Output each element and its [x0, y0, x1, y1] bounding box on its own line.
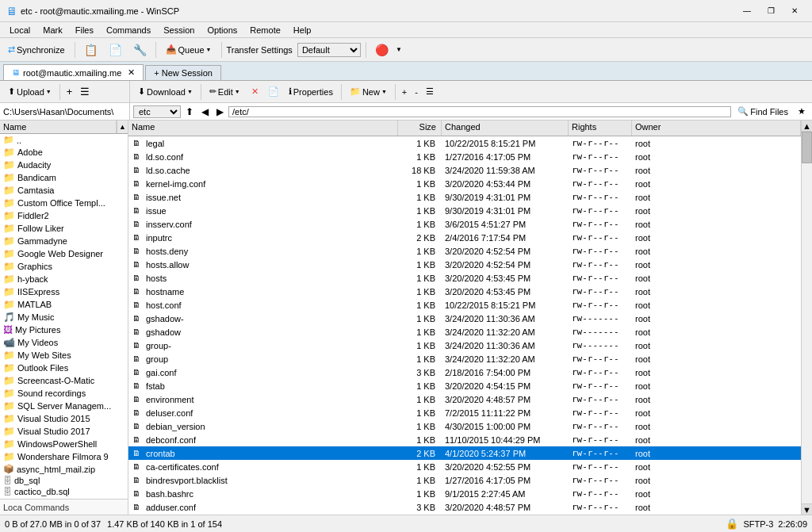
table-row[interactable]: 🗎hosts.deny1 KB3/20/2020 4:52:54 PMrw-r-…: [128, 244, 801, 258]
properties-button[interactable]: ℹ Properties: [284, 84, 338, 99]
list-item[interactable]: 📦async_html_mail.zip: [0, 463, 128, 475]
list-item[interactable]: 📁Visual Studio 2015: [0, 412, 128, 425]
local-scroll-btn[interactable]: ▲: [117, 121, 128, 133]
list-item[interactable]: 📁Custom Office Templ...: [0, 197, 128, 209]
table-row[interactable]: 🗎kernel-img.conf1 KB3/20/2020 4:53:44 PM…: [128, 177, 801, 190]
menu-help[interactable]: Help: [287, 24, 318, 36]
download-button[interactable]: ⬇ Download ▼: [133, 84, 197, 99]
minimize-button[interactable]: —: [736, 2, 758, 20]
table-row[interactable]: 🗎bindresvport.blacklist1 KB1/27/2016 4:1…: [128, 473, 801, 487]
table-row[interactable]: 🗎gshadow-1 KB3/24/2020 11:30:36 AMrw----…: [128, 312, 801, 325]
table-row[interactable]: 🗎environment1 KB3/20/2020 4:48:57 PMrw-r…: [128, 392, 801, 406]
toolbar-icon2[interactable]: 📄: [105, 41, 126, 59]
table-row[interactable]: 🗎ld.so.cache18 KB3/24/2020 11:59:38 AMrw…: [128, 163, 801, 177]
menu-files[interactable]: Files: [69, 24, 100, 36]
table-row[interactable]: 🗎hosts.allow1 KB3/20/2020 4:52:54 PMrw-r…: [128, 258, 801, 271]
remote-path-input[interactable]: [228, 106, 731, 117]
list-item[interactable]: 📁Visual Studio 2017: [0, 425, 128, 438]
list-item[interactable]: 📁Screencast-O-Matic: [0, 374, 128, 387]
table-row[interactable]: 🗎debconf.conf1 KB11/10/2015 10:44:29 PMr…: [128, 433, 801, 446]
list-item[interactable]: 📁MATLAB: [0, 298, 128, 311]
list-item[interactable]: 🗄db_sql: [0, 475, 128, 486]
list-item[interactable]: 📁SQL Server Managem...: [0, 400, 128, 412]
transfer-settings-select[interactable]: Default: [297, 43, 361, 57]
list-item[interactable]: 📁Wondershare Filmora 9: [0, 450, 128, 463]
list-item[interactable]: 📁Audacity: [0, 159, 128, 171]
local-tb-btn1[interactable]: +: [63, 83, 76, 100]
remote-nav-btn1[interactable]: ⬆: [182, 105, 197, 119]
local-path-input[interactable]: [3, 107, 126, 117]
table-row[interactable]: 🗎issue.net1 KB9/30/2019 4:31:01 PMrw-r--…: [128, 190, 801, 204]
find-files-button[interactable]: 🔍 Find Files: [733, 104, 793, 119]
local-name-col[interactable]: Name: [0, 121, 117, 133]
list-item[interactable]: 🗄cactico_db.sql: [0, 486, 128, 497]
new-button[interactable]: 📁 New ▼: [345, 84, 392, 99]
list-item[interactable]: 📹My Videos: [0, 336, 128, 349]
menu-mark[interactable]: Mark: [36, 24, 68, 36]
scroll-track[interactable]: [802, 132, 812, 503]
synchronize-button[interactable]: ⇄ Synchronize: [3, 42, 70, 57]
list-item[interactable]: 📁Outlook Files: [0, 362, 128, 374]
scroll-up-btn[interactable]: ▲: [802, 121, 812, 132]
remote-nav-btn3[interactable]: ▶: [213, 105, 227, 119]
session-tab-1[interactable]: 🖥 root@mautic.xmailing.me ✕: [3, 64, 144, 80]
table-row[interactable]: 🗎bash.bashrc1 KB9/1/2015 2:27:45 AMrw-r-…: [128, 487, 801, 500]
toolbar-icon1[interactable]: 📋: [80, 41, 102, 59]
tab-close-icon[interactable]: ✕: [128, 67, 135, 78]
table-row[interactable]: 🗎host.conf1 KB10/22/2015 8:15:21 PMrw-r-…: [128, 298, 801, 312]
maximize-button[interactable]: ❐: [760, 2, 782, 20]
menu-session[interactable]: Session: [157, 24, 201, 36]
list-item[interactable]: 📁h-yback: [0, 273, 128, 285]
delete-button[interactable]: ✕: [247, 84, 263, 99]
list-item[interactable]: 📁Gammadyne: [0, 235, 128, 247]
remote-scrollbar[interactable]: ▲ ▼: [801, 121, 812, 515]
list-item[interactable]: 📁Camtasia: [0, 184, 128, 197]
list-item[interactable]: 📁Graphics: [0, 260, 128, 273]
scroll-down-btn[interactable]: ▼: [802, 503, 812, 515]
table-row[interactable]: 🗎fstab1 KB3/20/2020 4:54:15 PMrw-r--r--r…: [128, 379, 801, 392]
table-row[interactable]: 🗎debian_version1 KB4/30/2015 1:00:00 PMr…: [128, 419, 801, 433]
toolbar-icon4[interactable]: 🔴: [371, 41, 393, 59]
list-item[interactable]: 📁Follow Liker: [0, 222, 128, 235]
remote-nav-btn2[interactable]: ◀: [198, 105, 212, 119]
menu-options[interactable]: Options: [201, 24, 243, 36]
table-row[interactable]: 🗎inputrc2 KB2/4/2016 7:17:54 PMrw-r--r--…: [128, 231, 801, 244]
remote-tb-btn2[interactable]: +: [399, 85, 410, 99]
table-row[interactable]: 🗎issue1 KB9/30/2019 4:31:01 PMrw-r--r--r…: [128, 204, 801, 217]
table-row[interactable]: 🗎ld.so.conf1 KB1/27/2016 4:17:05 PMrw-r-…: [128, 150, 801, 163]
list-item[interactable]: 📁Fiddler2: [0, 209, 128, 222]
list-item[interactable]: 📁Sound recordings: [0, 387, 128, 400]
remote-size-col[interactable]: Size: [398, 121, 442, 136]
edit-button[interactable]: ✏ Edit ▼: [205, 84, 245, 99]
table-row[interactable]: 🗎gshadow1 KB3/24/2020 11:32:20 AMrw-----…: [128, 325, 801, 339]
table-row[interactable]: 🗎group1 KB3/24/2020 11:32:20 AMrw-r--r--…: [128, 352, 801, 366]
scroll-thumb[interactable]: [802, 132, 812, 163]
new-session-button[interactable]: + New Session: [145, 65, 221, 80]
remote-tb-btn4[interactable]: ☰: [423, 84, 437, 99]
list-item[interactable]: 📁Adobe: [0, 146, 128, 159]
local-file-list[interactable]: 📁 .. 📁Adobe 📁Audacity 📁Bandicam 📁Camtasi…: [0, 134, 128, 499]
table-row[interactable]: 🗎hosts1 KB3/20/2020 4:53:45 PMrw-r--r--r…: [128, 271, 801, 285]
remote-drive-select[interactable]: etc: [133, 105, 181, 118]
menu-commands[interactable]: Commands: [100, 24, 157, 36]
upload-button[interactable]: ⬆ Upload ▼: [3, 84, 56, 99]
remote-owner-col[interactable]: Owner: [632, 121, 801, 136]
remote-name-col[interactable]: Name: [128, 121, 398, 136]
table-row[interactable]: 🗎ca-certificates.conf1 KB3/20/2020 4:52:…: [128, 460, 801, 473]
list-item[interactable]: 🖼My Pictures: [0, 323, 128, 336]
list-item[interactable]: 📁WindowsPowerShell: [0, 438, 128, 450]
list-item[interactable]: 📁IISExpress: [0, 285, 128, 298]
menu-local[interactable]: Local: [3, 24, 36, 36]
table-row[interactable]: 🗎hostname1 KB3/20/2020 4:53:45 PMrw-r--r…: [128, 285, 801, 298]
remote-tb-btn3[interactable]: -: [412, 85, 421, 99]
table-row[interactable]: 🗎legal1 KB10/22/2015 8:15:21 PMrw-r--r--…: [128, 136, 801, 150]
list-item[interactable]: 📁My Web Sites: [0, 349, 128, 362]
remote-changed-col[interactable]: Changed: [442, 121, 569, 136]
table-row[interactable]: 🗎adduser.conf3 KB3/20/2020 4:48:57 PMrw-…: [128, 500, 801, 514]
toolbar-icon3[interactable]: 🔧: [129, 41, 151, 59]
remote-file-list[interactable]: 🗎legal1 KB10/22/2015 8:15:21 PMrw-r--r--…: [128, 136, 801, 515]
table-row[interactable]: 🗎crontab2 KB4/1/2020 5:24:37 PMrw-r--r--…: [128, 446, 801, 460]
table-row[interactable]: 🗎deluser.conf1 KB7/2/2015 11:11:22 PMrw-…: [128, 406, 801, 419]
list-item[interactable]: 📁 ..: [0, 134, 128, 146]
remote-tb-btn1[interactable]: 📄: [265, 84, 282, 99]
